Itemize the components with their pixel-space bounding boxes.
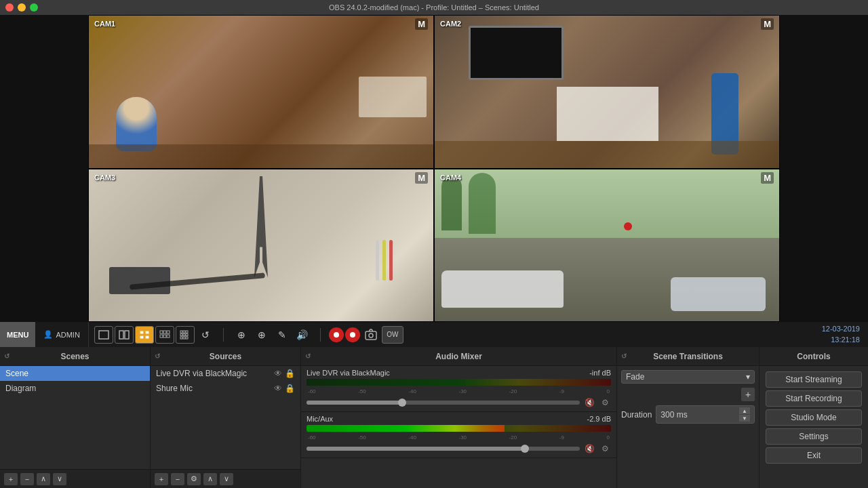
maximize-button[interactable] <box>30 3 38 12</box>
audio-slider-1[interactable] <box>307 447 580 451</box>
audio-meter-1 <box>307 425 611 432</box>
scenes-remove-button[interactable]: − <box>20 473 34 485</box>
layout-quad-icon[interactable] <box>135 326 154 344</box>
studio-mode-button[interactable]: Studio Mode <box>766 409 862 426</box>
cam2-cell: CAM2 M <box>434 15 780 169</box>
bottom-panel: ↺ Scenes ↺ Sources ↺ Audio Mixer ↺ Scene… <box>0 347 868 488</box>
close-button[interactable] <box>5 3 14 12</box>
audio-ch-db-1: -2.9 dB <box>587 415 611 423</box>
panel-headers-row: ↺ Scenes ↺ Sources ↺ Audio Mixer ↺ Scene… <box>0 347 868 366</box>
svg-rect-12 <box>167 335 170 338</box>
datetime-display: 12-03-2019 13:21:18 <box>822 324 860 345</box>
view-controls: ↺ <box>89 326 220 344</box>
svg-rect-11 <box>163 335 166 338</box>
svg-rect-16 <box>180 333 182 336</box>
zoom-icon[interactable]: ⊕ <box>252 326 271 344</box>
admin-button[interactable]: 👤 ADMIN <box>35 322 88 347</box>
cam1-cell: CAM1 M <box>88 15 434 169</box>
audio-slider-thumb-1[interactable] <box>521 445 529 453</box>
scenes-up-button[interactable]: ∧ <box>37 473 50 485</box>
transition-type-chevron: ▾ <box>746 372 750 382</box>
toolbar-right: 12-03-2019 13:21:18 <box>822 324 868 345</box>
edit-icon[interactable]: ✎ <box>273 326 292 344</box>
snapshot-icon[interactable] <box>361 326 380 344</box>
source-eye-icon-1[interactable]: 👁 <box>274 384 282 393</box>
sources-settings-button[interactable]: ⚙ <box>187 473 201 485</box>
scenes-list: Scene Diagram <box>0 366 150 469</box>
cam4-cell: CAM4 M <box>434 169 780 323</box>
volume-icon[interactable]: 🔊 <box>293 326 312 344</box>
cam3-cell: CAM3 M <box>88 169 434 323</box>
cam4-feed <box>435 169 779 322</box>
svg-rect-2 <box>125 331 129 339</box>
ow-badge[interactable]: OW <box>382 326 403 344</box>
scenes-down-button[interactable]: ∨ <box>53 473 66 485</box>
ptz-icon[interactable]: ⊕ <box>232 326 251 344</box>
source-item-label-1: Shure Mic <box>156 384 193 393</box>
transition-type-label: Fade <box>626 372 644 382</box>
audio-slider-thumb-0[interactable] <box>398 399 406 407</box>
scenes-refresh-icon[interactable]: ↺ <box>4 352 9 360</box>
source-eye-icon-0[interactable]: 👁 <box>274 369 282 378</box>
duration-down-button[interactable]: ▼ <box>739 415 750 422</box>
start-streaming-button[interactable]: Start Streaming <box>766 371 862 388</box>
sources-panel: Live DVR via BlackMagic 👁 🔒 Shure Mic 👁 … <box>151 366 301 488</box>
start-recording-button[interactable]: Start Recording <box>766 390 862 407</box>
audio-mixer-panel: Live DVR via BlackMagic -inf dB -60-50-4… <box>301 366 617 488</box>
audio-channel-0: Live DVR via BlackMagic -inf dB -60-50-4… <box>301 366 616 412</box>
svg-rect-14 <box>183 331 185 333</box>
audio-settings-btn-0[interactable]: ⚙ <box>599 396 611 409</box>
exit-button[interactable]: Exit <box>766 447 862 464</box>
sources-up-button[interactable]: ∧ <box>203 473 217 485</box>
scenes-footer: + − ∧ ∨ <box>0 469 150 488</box>
traffic-lights <box>5 3 38 12</box>
sources-remove-button[interactable]: − <box>171 473 184 485</box>
audio-mute-btn-1[interactable]: 🔇 <box>583 443 596 455</box>
sources-add-button[interactable]: + <box>155 473 168 485</box>
svg-rect-1 <box>119 331 123 339</box>
scene-item-1[interactable]: Diagram <box>0 381 150 396</box>
svg-rect-4 <box>145 331 149 334</box>
layout-nine-icon[interactable] <box>176 326 195 344</box>
audio-settings-btn-1[interactable]: ⚙ <box>599 443 611 455</box>
sources-refresh-icon[interactable]: ↺ <box>155 352 160 360</box>
scenes-add-button[interactable]: + <box>4 473 18 485</box>
audio-mute-btn-0[interactable]: 🔇 <box>583 396 596 409</box>
layout-six-icon[interactable] <box>155 326 174 344</box>
audio-ch-name-0: Live DVR via BlackMagic <box>307 369 390 377</box>
audio-ch-name-1: Mic/Aux <box>307 415 333 423</box>
duration-row: Duration 300 ms ▲ ▼ <box>621 405 755 424</box>
svg-rect-17 <box>183 333 185 336</box>
sources-panel-header: ↺ Sources <box>151 347 301 365</box>
settings-button[interactable]: Settings <box>766 428 862 445</box>
source-lock-icon-0[interactable]: 🔒 <box>285 369 295 378</box>
audio-meter-0 <box>307 379 611 386</box>
menu-button[interactable]: MENU <box>0 322 35 347</box>
transitions-panel-header: ↺ Scene Transitions <box>617 347 760 365</box>
minimize-button[interactable] <box>18 3 26 12</box>
svg-rect-19 <box>180 337 182 339</box>
audio-controls-row-1: 🔇 ⚙ <box>307 443 611 455</box>
transition-add-button[interactable]: + <box>741 388 755 401</box>
stop-button[interactable] <box>345 327 360 342</box>
sources-footer: + − ⚙ ∧ ∨ <box>151 469 300 488</box>
source-lock-icon-1[interactable]: 🔒 <box>285 384 295 393</box>
duration-spinner: ▲ ▼ <box>739 407 750 422</box>
svg-point-23 <box>350 332 355 338</box>
duration-label: Duration <box>621 410 652 420</box>
transitions-refresh-icon[interactable]: ↺ <box>621 352 627 360</box>
audio-slider-0[interactable] <box>307 401 580 405</box>
transition-type-select[interactable]: Fade ▾ <box>621 370 755 384</box>
svg-rect-5 <box>140 336 144 339</box>
layout-single-icon[interactable] <box>94 326 113 344</box>
svg-rect-6 <box>145 336 149 339</box>
duration-up-button[interactable]: ▲ <box>739 407 750 414</box>
scenes-header-label: Scenes <box>60 352 89 361</box>
record-button[interactable] <box>329 327 344 342</box>
audio-refresh-icon[interactable]: ↺ <box>305 352 311 360</box>
scene-item-0[interactable]: Scene <box>0 366 150 381</box>
refresh-icon[interactable]: ↺ <box>196 326 215 344</box>
sources-down-button[interactable]: ∨ <box>220 473 233 485</box>
layout-two-col-icon[interactable] <box>115 326 134 344</box>
svg-rect-7 <box>160 331 163 333</box>
